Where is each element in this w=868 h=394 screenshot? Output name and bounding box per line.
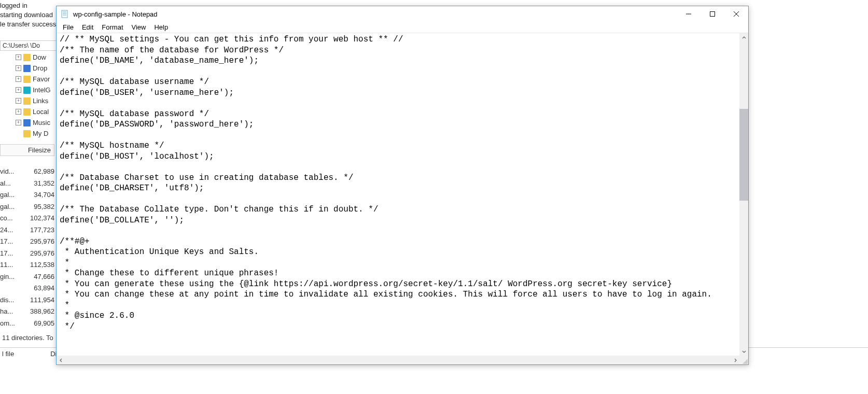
tree-expand-icon[interactable]: + bbox=[16, 54, 21, 60]
scroll-up-button[interactable] bbox=[739, 33, 748, 42]
file-list[interactable]: vid...62,989al...31,352gal...34,704gal..… bbox=[0, 166, 54, 329]
maximize-button[interactable] bbox=[701, 6, 724, 22]
minimize-button[interactable] bbox=[677, 6, 701, 22]
resize-grip[interactable] bbox=[739, 356, 748, 364]
file-size: 177,723 bbox=[30, 224, 54, 236]
file-row[interactable]: ha...388,962 bbox=[0, 306, 54, 318]
log-line: logged in bbox=[0, 1, 56, 10]
file-size: 102,374 bbox=[30, 213, 54, 224]
folder-icon bbox=[23, 54, 31, 61]
editor-area: // ** MySQL settings - You can get this … bbox=[57, 33, 748, 364]
menu-format[interactable]: Format bbox=[97, 22, 127, 32]
file-name: gal... bbox=[0, 189, 15, 201]
file-row[interactable]: gin...47,666 bbox=[0, 271, 54, 283]
filesize-column-header[interactable]: Filesize bbox=[0, 144, 54, 156]
tree-label: Drop bbox=[33, 63, 47, 74]
titlebar[interactable]: wp-config-sample - Notepad bbox=[57, 6, 748, 22]
tree-item[interactable]: +Links bbox=[16, 95, 62, 106]
file-size: 62,989 bbox=[34, 166, 54, 178]
menu-help[interactable]: Help bbox=[150, 22, 172, 32]
scrollbar-track-h[interactable] bbox=[65, 356, 731, 364]
file-size: 112,538 bbox=[30, 259, 54, 271]
file-name: co... bbox=[0, 213, 13, 224]
file-size: 34,704 bbox=[34, 189, 54, 201]
folder-icon bbox=[23, 76, 31, 83]
file-row[interactable]: 17...295,976 bbox=[0, 236, 54, 248]
tree-item[interactable]: +Local bbox=[16, 106, 62, 117]
status-text: 11 directories. To bbox=[2, 334, 53, 342]
file-row[interactable]: co...102,374 bbox=[0, 213, 54, 224]
file-row[interactable]: 24...177,723 bbox=[0, 224, 54, 236]
menu-view[interactable]: View bbox=[128, 22, 150, 32]
tree-expand-icon[interactable]: + bbox=[16, 98, 21, 104]
file-name: al... bbox=[0, 178, 11, 190]
folder-icon bbox=[23, 87, 31, 94]
grip-icon bbox=[741, 358, 748, 364]
file-row[interactable]: vid...62,989 bbox=[0, 166, 54, 178]
file-row[interactable]: 63,894 bbox=[0, 283, 54, 294]
file-size: 47,666 bbox=[34, 271, 54, 283]
scrollbar-track[interactable] bbox=[739, 42, 748, 347]
file-name: gin... bbox=[0, 271, 15, 283]
folder-icon bbox=[23, 108, 31, 116]
bottom-left-text: l file bbox=[2, 350, 14, 358]
folder-icon bbox=[23, 119, 31, 126]
tree-expand-icon[interactable]: + bbox=[16, 65, 21, 71]
file-size: 95,382 bbox=[34, 201, 54, 213]
tree-label: Links bbox=[33, 95, 48, 106]
tree-item[interactable]: +Drop bbox=[16, 63, 62, 74]
svg-rect-0 bbox=[62, 10, 67, 18]
chevron-down-icon bbox=[742, 349, 746, 354]
folder-icon bbox=[23, 97, 31, 105]
chevron-right-icon bbox=[733, 358, 737, 362]
file-row[interactable]: 17...295,976 bbox=[0, 248, 54, 260]
tree-item[interactable]: +Favor bbox=[16, 74, 62, 85]
notepad-icon bbox=[61, 10, 69, 18]
tree-item[interactable]: +IntelG bbox=[16, 85, 62, 95]
tree-item[interactable]: +My D bbox=[16, 128, 62, 139]
log-panel: logged in starting download le transfer … bbox=[0, 0, 56, 30]
tree-item[interactable]: +Music bbox=[16, 117, 62, 128]
file-name: ha... bbox=[0, 306, 13, 318]
tree-label: My D bbox=[33, 128, 48, 139]
menubar: File Edit Format View Help bbox=[57, 22, 748, 33]
menu-file[interactable]: File bbox=[59, 22, 78, 32]
file-name: 24... bbox=[0, 224, 13, 236]
window-title: wp-config-sample - Notepad bbox=[73, 10, 677, 18]
file-row[interactable]: 11...112,538 bbox=[0, 259, 54, 271]
file-row[interactable]: gal...95,382 bbox=[0, 201, 54, 213]
file-row[interactable]: al...31,352 bbox=[0, 178, 54, 190]
folder-tree[interactable]: +Dow+Drop+Favor+IntelG+Links+Local+Music… bbox=[16, 52, 62, 139]
folder-icon bbox=[23, 130, 31, 137]
tree-item[interactable]: +Dow bbox=[16, 52, 62, 63]
file-row[interactable]: gal...34,704 bbox=[0, 189, 54, 201]
file-row[interactable]: om...69,905 bbox=[0, 318, 54, 330]
vertical-scrollbar[interactable] bbox=[739, 33, 748, 356]
tree-label: Local bbox=[33, 106, 49, 117]
window-controls bbox=[677, 6, 748, 22]
tree-label: Favor bbox=[33, 74, 50, 85]
file-name: 17... bbox=[0, 248, 13, 260]
menu-edit[interactable]: Edit bbox=[78, 22, 97, 32]
file-size: 69,905 bbox=[34, 318, 54, 330]
file-size: 63,894 bbox=[34, 283, 54, 294]
tree-expand-icon[interactable]: + bbox=[16, 120, 21, 125]
horizontal-scrollbar[interactable] bbox=[57, 356, 748, 364]
file-size: 388,962 bbox=[30, 306, 54, 318]
tree-expand-icon[interactable]: + bbox=[16, 76, 21, 82]
tree-label: Music bbox=[33, 117, 50, 128]
folder-icon bbox=[23, 65, 31, 72]
scroll-left-button[interactable] bbox=[57, 356, 65, 364]
minimize-icon bbox=[686, 11, 691, 17]
tree-expand-icon[interactable]: + bbox=[16, 87, 21, 93]
close-button[interactable] bbox=[724, 6, 748, 22]
tree-expand-icon[interactable]: + bbox=[16, 109, 21, 115]
file-size: 295,976 bbox=[30, 248, 54, 260]
scroll-right-button[interactable] bbox=[731, 356, 739, 364]
file-row[interactable]: dis...111,954 bbox=[0, 294, 54, 306]
text-editor[interactable]: // ** MySQL settings - You can get this … bbox=[57, 33, 739, 356]
file-name: dis... bbox=[0, 294, 14, 306]
scrollbar-thumb[interactable] bbox=[739, 109, 748, 200]
tree-label: Dow bbox=[33, 52, 46, 63]
scroll-down-button[interactable] bbox=[739, 347, 748, 356]
